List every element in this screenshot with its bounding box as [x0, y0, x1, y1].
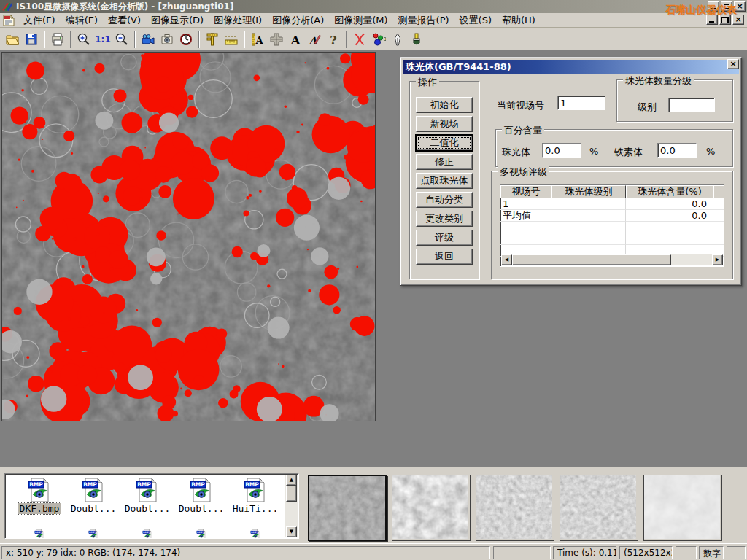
hscroll-thumb[interactable]	[512, 254, 671, 265]
svg-text:3: 3	[384, 36, 386, 42]
text-tool-button[interactable]: A	[286, 30, 305, 49]
grid-tool-button[interactable]	[267, 30, 286, 49]
cursor-coordinates: x: 510 y: 79 idx: 0 RGB: (174, 174, 174)	[1, 546, 490, 559]
file-item-row2-3[interactable]: BMP	[120, 529, 174, 539]
menu-item-5[interactable]: 图像处理(I)	[209, 12, 267, 28]
table-cell: 0.0	[626, 198, 713, 210]
grade-group: 珠光体数量分级 级别	[616, 79, 733, 122]
column-header-3[interactable]: 珠光体含量(%)	[626, 185, 713, 198]
op-button-8[interactable]: 评级	[416, 230, 473, 246]
file-list-scrollbar[interactable]: ▲ ▼	[285, 475, 298, 537]
svg-text:A: A	[255, 35, 263, 46]
zoom-out-icon	[115, 32, 129, 47]
edit-text-button[interactable]: A	[305, 30, 324, 49]
toolbar-separator	[44, 31, 45, 48]
level-input[interactable]	[668, 98, 715, 112]
op-button-1[interactable]: 初始化	[416, 97, 473, 113]
binarized-metallograph-image[interactable]	[1, 52, 376, 421]
menu-item-10[interactable]: 帮助(H)	[497, 12, 541, 28]
menu-item-9[interactable]: 设置(S)	[454, 12, 497, 28]
table-row-4[interactable]	[500, 233, 724, 245]
status-empty-2	[676, 546, 697, 559]
file-item-2[interactable]: BMPDoubl...	[66, 478, 120, 514]
video-camera-icon	[141, 32, 155, 47]
column-header-2[interactable]: 珠光体级别	[551, 185, 626, 198]
svg-text:BMP: BMP	[197, 531, 203, 534]
status-empty-3	[727, 546, 746, 559]
file-item-4[interactable]: BMPDoubl...	[174, 478, 228, 514]
help-button[interactable]: ?	[324, 30, 343, 49]
zoom-in-button[interactable]	[74, 30, 93, 49]
op-button-2[interactable]: 新视场	[416, 116, 473, 132]
pearlite-percent-input[interactable]: 0.0	[542, 143, 581, 158]
file-item-5[interactable]: BMPHuiTi...	[228, 478, 282, 514]
op-button-5[interactable]: 点取珠光体	[416, 173, 473, 189]
ferrite-percent-input[interactable]: 0.0	[657, 143, 697, 158]
menu-item-6[interactable]: 图像分析(A)	[267, 12, 329, 28]
clock-button[interactable]	[177, 30, 196, 49]
curve-tool-button[interactable]	[350, 30, 369, 49]
scroll-right-button[interactable]: ▶	[712, 254, 723, 265]
title-bar[interactable]: IS100显微摄像系统(金相分析版) - [zhuguangti01] ×	[0, 0, 747, 13]
actual-size-button[interactable]: 1:1	[93, 30, 112, 49]
menu-item-4[interactable]: 图像显示(D)	[146, 12, 209, 28]
rating-table[interactable]: 视场号珠光体级别珠光体含量(%)铁素体10.0平均值0.0◀▶	[500, 184, 724, 267]
file-item-row2-4[interactable]: BMP	[174, 529, 228, 539]
column-header-4[interactable]: 铁素体	[713, 185, 724, 198]
menu-item-2[interactable]: 编辑(E)	[61, 12, 103, 28]
op-button-4[interactable]: 修正	[416, 154, 473, 170]
save-button[interactable]	[22, 30, 41, 49]
status-bar: x: 510 y: 79 idx: 0 RGB: (174, 174, 174)…	[0, 543, 747, 560]
brush-icon	[409, 32, 424, 47]
thumbnail-2[interactable]	[392, 475, 471, 541]
table-row-1[interactable]: 10.0	[500, 198, 724, 210]
table-cell	[500, 222, 551, 233]
photo-camera-button[interactable]	[158, 30, 177, 49]
menu-item-8[interactable]: 测量报告(P)	[393, 12, 454, 28]
percent-group-label: 百分含量	[502, 124, 544, 137]
open-folder-button[interactable]	[3, 30, 22, 49]
op-button-6[interactable]: 自动分类	[416, 192, 473, 208]
thumbnail-5[interactable]	[643, 475, 722, 541]
caliper-icon	[205, 32, 220, 47]
actual-size-icon: 1:1	[95, 34, 111, 44]
print-button[interactable]	[48, 30, 67, 49]
menu-item-1[interactable]: 文件(F)	[18, 12, 61, 28]
scroll-left-button[interactable]: ◀	[501, 254, 512, 265]
video-camera-button[interactable]	[139, 30, 158, 49]
caliper-button[interactable]	[203, 30, 222, 49]
zoom-out-button[interactable]	[112, 30, 131, 49]
thumbnail-4[interactable]	[560, 475, 638, 541]
menu-item-7[interactable]: 图像测量(M)	[329, 12, 392, 28]
op-button-9[interactable]: 返回	[416, 249, 473, 265]
classify-button[interactable]: 3	[369, 30, 388, 49]
file-item-3[interactable]: BMPDoubl...	[120, 478, 174, 514]
column-header-1[interactable]: 视场号	[500, 185, 551, 198]
measure-text-button[interactable]: A	[248, 30, 267, 49]
pearlite-percent-sign: %	[589, 146, 598, 157]
scroll-down-button[interactable]: ▼	[286, 526, 297, 537]
brush-button[interactable]	[407, 30, 426, 49]
file-item-row2-1[interactable]: BMP	[12, 529, 66, 539]
scroll-thumb[interactable]	[286, 486, 297, 502]
dialog-title-bar[interactable]: 珠光体(GB/T9441-88)	[403, 60, 739, 74]
file-item-1[interactable]: BMPDKF.bmp	[12, 478, 66, 514]
table-row-2[interactable]: 平均值0.0	[500, 210, 724, 222]
menu-item-3[interactable]: 查看(V)	[103, 12, 146, 28]
pointer-pen-button[interactable]	[388, 30, 407, 49]
table-row-3[interactable]	[500, 222, 724, 233]
op-button-7[interactable]: 更改类别	[416, 211, 473, 227]
table-cell	[713, 222, 724, 233]
table-hscrollbar[interactable]: ◀▶	[501, 254, 723, 265]
current-field-input[interactable]: 1	[557, 96, 605, 110]
dialog-close-button[interactable]: ×	[727, 59, 739, 69]
file-list[interactable]: ▲ ▼ BMPDKF.bmpBMPDoubl...BMPDoubl...BMPD…	[4, 473, 299, 539]
file-item-row2-5[interactable]: BMP	[228, 529, 282, 539]
thumbnail-1[interactable]	[308, 475, 387, 541]
ruler-button[interactable]	[222, 30, 241, 49]
scroll-up-button[interactable]: ▲	[286, 475, 297, 486]
op-button-3[interactable]: 二值化	[416, 135, 473, 151]
toolbar-separator	[346, 31, 347, 48]
thumbnail-3[interactable]	[476, 475, 554, 541]
file-item-row2-2[interactable]: BMP	[66, 529, 120, 539]
